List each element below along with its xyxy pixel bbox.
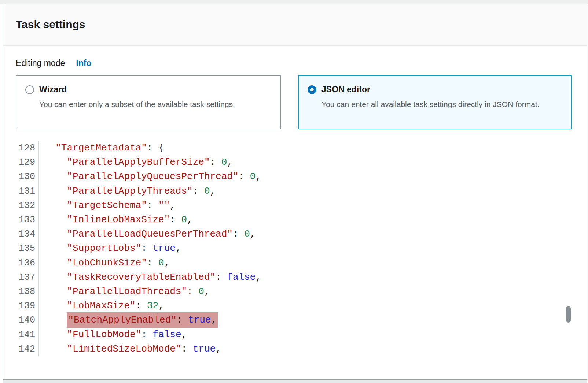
code-line[interactable]: 139 "LobMaxSize": 32, [3,299,565,313]
code-line[interactable]: 134 "ParallelLoadQueuesPerThread": 0, [3,227,565,241]
wizard-label: Wizard [39,85,67,94]
line-number: 138 [3,285,39,299]
code-line[interactable]: 130 "ParallelApplyQueuesPerThread": 0, [3,170,565,184]
code-line[interactable]: 136 "LobChunkSize": 0, [3,256,565,270]
code-line[interactable]: 132 "TargetSchema": "", [3,198,565,213]
code-line[interactable]: 141 "FullLobMode": false, [3,328,565,342]
wizard-description: You can enter only a subset of the avail… [39,98,280,110]
line-number: 142 [3,342,39,356]
wizard-radio-icon[interactable] [25,85,34,94]
line-number: 134 [3,227,39,241]
editing-mode-row: Editing modeInfo [16,58,91,69]
line-number: 135 [3,241,39,256]
line-number: 137 [3,270,39,285]
code-line[interactable]: 128 "TargetMetadata": { [3,141,565,155]
code-line[interactable]: 138 "ParallelLoadThreads": 0, [3,285,565,299]
line-number: 141 [3,328,39,342]
code-line[interactable]: 133 "InlineLobMaxSize": 0, [3,213,565,227]
highlighted-code: "BatchApplyEnabled": true, [67,312,218,328]
task-settings-panel: Task settings Editing modeInfo Wizard Yo… [3,4,587,380]
page-top-strip [0,0,588,4]
line-number: 140 [3,313,39,327]
tile-json-editor[interactable]: JSON editor You can enter all available … [298,75,572,129]
json-editor-radio-icon[interactable] [308,85,316,94]
page-bottom-strip [3,380,587,383]
line-number: 128 [3,141,39,155]
line-number: 130 [3,170,39,184]
json-editor-label: JSON editor [321,85,370,94]
tile-wizard[interactable]: Wizard You can enter only a subset of th… [16,75,281,129]
info-link[interactable]: Info [76,58,91,68]
code-line[interactable]: 137 "TaskRecoveryTableEnabled": false, [3,270,565,285]
panel-header: Task settings [3,4,587,46]
line-number: 133 [3,213,39,227]
line-number: 139 [3,299,39,313]
code-line[interactable]: 135 "SupportLobs": true, [3,241,565,256]
json-editor-description: You can enter all available task setting… [321,98,541,110]
line-number: 132 [3,198,39,213]
scrollbar-thumb[interactable] [566,306,571,323]
code-line[interactable]: 140 "BatchApplyEnabled": true, [3,313,565,327]
page-title: Task settings [16,18,587,31]
line-number: 129 [3,155,39,170]
code-editor[interactable]: 128 "TargetMetadata": {129 "ParallelAppl… [3,141,565,356]
code-line[interactable]: 131 "ParallelApplyThreads": 0, [3,184,565,198]
code-line[interactable]: 142 "LimitedSizeLobMode": true, [3,342,565,356]
code-line[interactable]: 129 "ParallelApplyBufferSize": 0, [3,155,565,170]
editing-mode-tiles: Wizard You can enter only a subset of th… [16,75,572,129]
line-number: 131 [3,184,39,198]
editing-mode-label: Editing mode [16,58,65,68]
line-number: 136 [3,256,39,270]
